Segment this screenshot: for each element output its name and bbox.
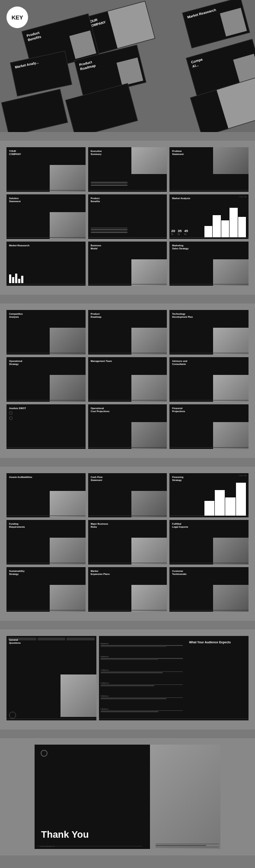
slide-title: SolutionStatement: [9, 197, 21, 203]
text-line: [67, 639, 95, 639]
chart-area: [204, 479, 247, 516]
slide-row-5: OperationalStrategy Management Team Advi…: [6, 357, 249, 402]
bar: [21, 276, 23, 283]
section-line: [101, 672, 163, 673]
slide-bottom-line: [6, 516, 86, 516]
hero-slide-market-research: Market Reasearch: [182, 0, 250, 48]
slide-photo: [131, 422, 167, 449]
chart-bar: [238, 217, 246, 237]
slide-bottom-line: [6, 284, 86, 284]
slide-top-label: Chart Title: [239, 474, 247, 477]
separator-2: [0, 295, 255, 303]
bar: [18, 279, 20, 283]
slide-bars: [9, 274, 23, 283]
slide-title: ProductBenefits: [91, 197, 100, 203]
hero-slide-extra-1: [1, 89, 68, 132]
slide-executive-summary: ExecutiveSummary: [88, 147, 167, 192]
slide-operational-strategy: OperationalStrategy: [6, 357, 86, 402]
slide-major-business-risks: Major BusinessRisks: [88, 520, 167, 565]
section-line: [101, 685, 154, 686]
section-2-grid: YOURCOMPANY ExecutiveSummary ProblemStat…: [0, 141, 255, 295]
content-line: [91, 229, 128, 230]
slide-management-team: Management Team: [88, 357, 167, 402]
chart-bar: [221, 220, 230, 237]
section-line: [101, 711, 158, 712]
slide-bottom-line: [88, 284, 167, 284]
slide-title: FinancingStrategy: [172, 476, 183, 482]
content-line: [91, 231, 128, 232]
slide-row-9: SustainabilityStrategy MarketExpansion P…: [6, 567, 249, 612]
section-line: [101, 646, 166, 647]
circle-decoration: [41, 750, 48, 757]
slide-bottom-line: [6, 353, 86, 353]
slide-bottom-line: [6, 190, 86, 190]
slide-title: MarketingSales Strategy: [172, 244, 188, 250]
section-label: C. Audience: [101, 669, 183, 671]
slide-title: GeneralQuestions: [9, 639, 21, 645]
slide-photo: [131, 259, 167, 286]
slide-bottom-line: [88, 610, 167, 610]
slide-title: FinancialProjections: [172, 407, 185, 413]
slide-business-model: BusinessModel: [88, 242, 167, 286]
thank-you-text: [156, 844, 219, 848]
section-5-grid: GeneralQuestions: [0, 629, 255, 729]
slide-your-company: YOURCOMPANY: [6, 147, 86, 192]
section-line: [101, 684, 183, 685]
hero-slide-photo: [69, 30, 96, 59]
slide-bottom-line: [169, 190, 249, 190]
content-line: [91, 232, 128, 233]
slide-title: FulfilledLegal Aspects: [172, 523, 188, 529]
separator-5: [0, 729, 255, 738]
chart-bar: [230, 208, 238, 237]
content-line: [91, 184, 128, 184]
hero-slide-photo: [108, 1, 155, 48]
section-line: [101, 659, 158, 660]
slide-title: Market Reasearch: [9, 244, 29, 247]
slide-bottom-line: [88, 447, 167, 448]
chart-bar: [225, 497, 235, 516]
slide-cash-flow: Cash FlowStatement: [88, 473, 167, 518]
slide-numbers: 20% 35% 45%: [171, 229, 188, 236]
slide-title: ProblemStatement: [172, 150, 184, 156]
text-line: [156, 844, 219, 845]
hero-slide-photo: [117, 58, 143, 86]
slide-fulfilled-legal: FulfilledLegal Aspects: [169, 520, 249, 565]
slide-bottom-line: [6, 400, 86, 400]
bar: [9, 274, 11, 283]
slide-photo: [213, 328, 249, 355]
hero-slide-extra-2: [65, 83, 138, 132]
chart-bar: [213, 215, 221, 237]
slide-title: Management Team: [91, 360, 112, 363]
slide-operational-cost: OperationalCost Projections: [88, 404, 167, 449]
slide-bottom-line: [6, 563, 86, 563]
slide-title: Advisors andConsultants: [172, 360, 187, 366]
audience-sections: A. Audience B. Audience C. Audience D. A…: [101, 639, 183, 717]
text-line: [156, 847, 219, 848]
slide-title: FundingRequirements: [9, 523, 25, 529]
slide-top-label: Chart Title: [239, 196, 247, 198]
slide-financial-projections: FinancialProjections: [169, 404, 249, 449]
slide-bottom-line: [99, 719, 249, 719]
slide-photo: [213, 259, 249, 286]
slide-photo: [131, 328, 167, 355]
slide-photo: [131, 375, 167, 402]
slide-title: ProductRoadmap: [91, 313, 102, 319]
slide-photo: [131, 491, 167, 518]
slide-photo: [213, 538, 249, 565]
slide-title: TechnologyDevelopment Plan: [172, 313, 193, 319]
slide-row-8: FundingRequirements Major BusinessRisks …: [6, 520, 249, 565]
text-columns: [8, 638, 95, 641]
circle-decoration: [9, 712, 16, 719]
slide-bottom-line: [169, 237, 249, 238]
slide-bottom-line: [169, 284, 249, 284]
num-item: 35%: [178, 229, 182, 236]
slide-product-roadmap: ProductRoadmap: [88, 310, 167, 355]
slide-bottom-line: [6, 237, 86, 238]
slide-photo: [50, 165, 85, 192]
section-label: B. Audience: [101, 656, 183, 658]
section-label: E. Audience: [101, 695, 183, 697]
slide-title: OperationalStrategy: [9, 360, 22, 366]
slide-photo: [50, 585, 85, 612]
hero-slide-photo: [220, 8, 247, 36]
slide-advisors: Advisors andConsultants: [169, 357, 249, 402]
